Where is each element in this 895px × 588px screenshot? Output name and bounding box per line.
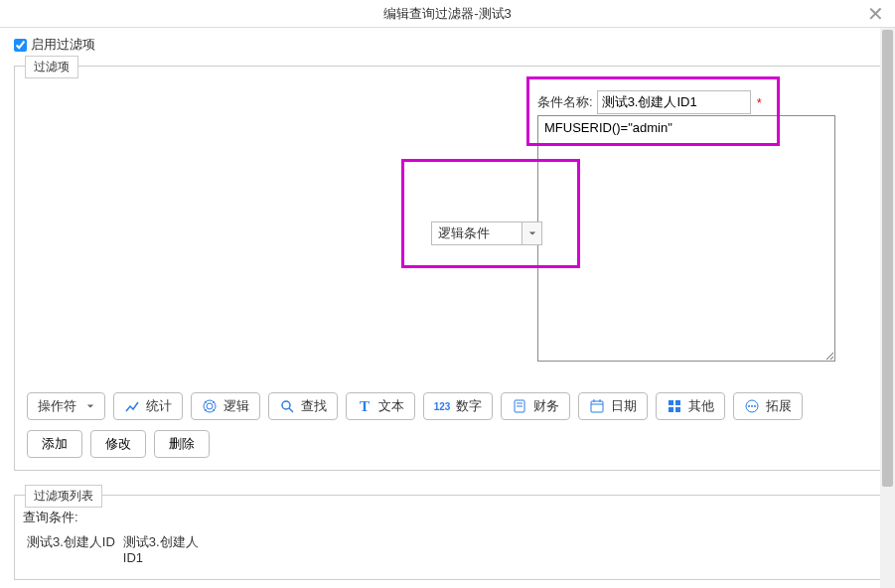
- logic-label: 逻辑: [224, 397, 249, 415]
- text-button[interactable]: T 文本: [346, 392, 415, 420]
- condition-area: 条件名称: * 逻辑条件: [27, 90, 868, 378]
- date-button[interactable]: 日期: [578, 392, 648, 420]
- condition-name-input[interactable]: [597, 90, 751, 114]
- number-button[interactable]: 123 数字: [423, 392, 493, 420]
- svg-point-2: [205, 401, 207, 403]
- condition-name-label: 条件名称:: [537, 93, 593, 111]
- other-icon: [667, 398, 682, 414]
- extend-label: 拓展: [766, 397, 792, 415]
- enable-filter-checkbox[interactable]: [14, 39, 27, 52]
- svg-point-4: [205, 409, 207, 411]
- logic-condition-value: 逻辑条件: [431, 221, 522, 245]
- close-icon[interactable]: ✕: [863, 0, 887, 28]
- operator-label: 操作符: [38, 397, 76, 415]
- logic-icon: [202, 398, 218, 414]
- extend-button[interactable]: 拓展: [733, 392, 803, 420]
- date-label: 日期: [611, 397, 637, 415]
- condition-chip-right[interactable]: 测试3.创建人ID1: [119, 528, 219, 571]
- other-button[interactable]: 其他: [656, 392, 725, 420]
- svg-rect-11: [591, 401, 603, 412]
- scrollbar-track[interactable]: [880, 28, 895, 588]
- dialog-header: 编辑查询过滤器-测试3 ✕: [0, 0, 895, 28]
- logic-button[interactable]: 逻辑: [191, 392, 260, 420]
- filter-list-legend: 过滤项列表: [25, 485, 102, 508]
- number-label: 数字: [456, 397, 482, 415]
- expression-textarea[interactable]: [537, 115, 835, 362]
- text-icon: T: [357, 398, 373, 414]
- svg-rect-17: [669, 407, 673, 412]
- condition-name-row: 条件名称: *: [537, 90, 762, 114]
- svg-rect-15: [669, 400, 673, 405]
- enable-filter-row: 启用过滤项: [14, 36, 881, 54]
- dialog-body: 启用过滤项 过滤项 条件名称: * 逻辑条件: [0, 28, 895, 588]
- stats-button[interactable]: 统计: [113, 392, 183, 420]
- stats-icon: [124, 398, 140, 414]
- svg-point-21: [751, 405, 753, 407]
- finance-button[interactable]: 财务: [501, 392, 570, 420]
- operator-button[interactable]: 操作符: [27, 392, 105, 420]
- date-icon: [589, 398, 605, 414]
- function-toolbar: 操作符 统计 逻辑 查找 T: [27, 392, 868, 420]
- modify-button[interactable]: 修改: [90, 430, 146, 458]
- query-condition-label: 查询条件:: [23, 509, 872, 526]
- required-star-icon: *: [757, 95, 762, 110]
- condition-chips: 测试3.创建人ID 测试3.创建人ID1: [23, 528, 872, 571]
- find-button[interactable]: 查找: [268, 392, 338, 420]
- svg-point-5: [213, 409, 215, 411]
- action-buttons: 添加 修改 删除: [27, 430, 868, 458]
- filter-legend: 过滤项: [25, 56, 78, 78]
- finance-label: 财务: [533, 397, 559, 415]
- find-label: 查找: [301, 397, 327, 415]
- finance-icon: [512, 398, 527, 414]
- svg-point-6: [282, 401, 290, 409]
- condition-chip-left[interactable]: 测试3.创建人ID: [23, 528, 119, 571]
- svg-point-22: [754, 405, 756, 407]
- svg-line-7: [289, 408, 293, 412]
- svg-rect-16: [675, 400, 680, 405]
- filter-fieldset: 过滤项 条件名称: * 逻辑条件 操作符: [14, 66, 881, 471]
- chevron-down-icon: [86, 402, 94, 410]
- svg-point-0: [207, 403, 213, 409]
- find-icon: [279, 398, 295, 414]
- other-label: 其他: [688, 397, 714, 415]
- enable-filter-label: 启用过滤项: [31, 36, 95, 54]
- filter-list-fieldset: 过滤项列表 查询条件: 测试3.创建人ID 测试3.创建人ID1: [14, 495, 881, 580]
- stats-label: 统计: [146, 397, 172, 415]
- delete-button[interactable]: 删除: [154, 430, 210, 458]
- chevron-down-icon[interactable]: [522, 221, 542, 245]
- extend-icon: [744, 398, 760, 414]
- dialog-title: 编辑查询过滤器-测试3: [383, 6, 512, 21]
- svg-rect-18: [675, 407, 680, 412]
- text-label: 文本: [378, 397, 404, 415]
- svg-point-20: [748, 405, 750, 407]
- svg-point-3: [213, 401, 215, 403]
- scrollbar-thumb[interactable]: [882, 30, 893, 487]
- number-icon: 123: [434, 398, 450, 414]
- add-button[interactable]: 添加: [27, 430, 82, 458]
- logic-condition-dropdown[interactable]: 逻辑条件: [431, 221, 542, 245]
